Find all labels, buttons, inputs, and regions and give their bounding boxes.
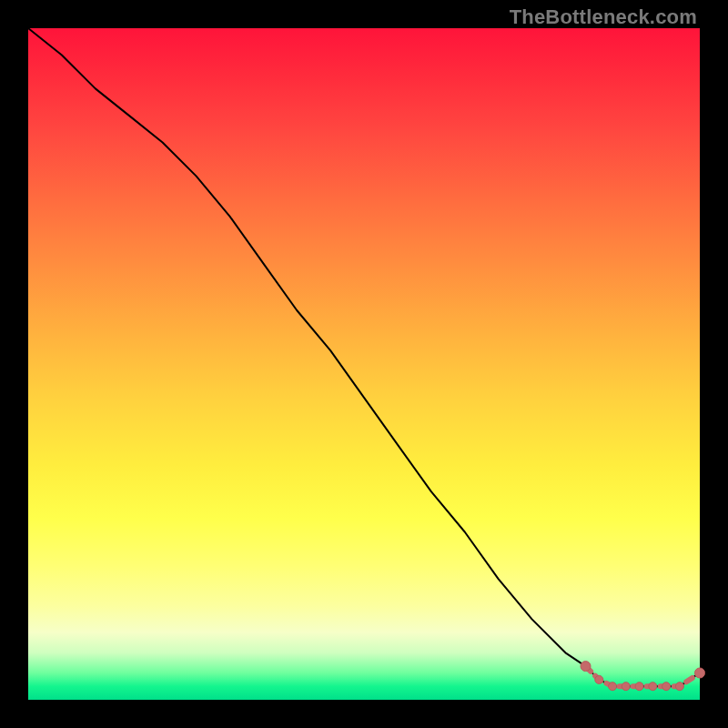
watermark-text: TheBottleneck.com — [510, 5, 697, 29]
plot-area — [28, 28, 700, 700]
chart-stage: TheBottleneck.com — [0, 0, 728, 728]
